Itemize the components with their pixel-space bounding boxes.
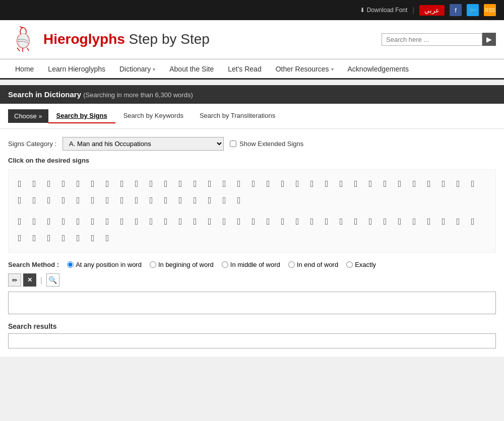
hieroglyph-sign[interactable]: 𓀊 (159, 176, 173, 192)
twitter-icon[interactable]: 🐦 (467, 4, 479, 16)
hieroglyph-sign[interactable]: 𓀬 (188, 192, 202, 208)
hieroglyph-sign[interactable]: 𓀟 (466, 176, 480, 192)
search-box[interactable]: ▶ (382, 33, 496, 46)
hieroglyph-sign[interactable]: 𓀠 (13, 192, 27, 208)
nav-home[interactable]: Home (8, 60, 41, 78)
hieroglyph-sign[interactable]: 𓀔 (305, 176, 319, 192)
hieroglyph-sign[interactable]: 𓁑 (27, 230, 41, 246)
choose-button[interactable]: Choose » (8, 109, 48, 123)
hieroglyph-sign[interactable]: 𓀼 (188, 214, 202, 230)
hieroglyph-sign[interactable]: 𓁉 (378, 214, 392, 230)
hieroglyph-sign[interactable]: 𓁎 (451, 214, 465, 230)
tab-search-by-keywords[interactable]: Search by Keywords (115, 109, 192, 123)
hieroglyph-sign[interactable]: 𓀢 (42, 192, 56, 208)
hieroglyph-sign[interactable]: 𓁐 (13, 230, 27, 246)
hieroglyph-sign[interactable]: 𓀸 (130, 214, 144, 230)
radio-any-position[interactable]: At any position in word (67, 261, 142, 268)
show-extended-checkbox[interactable] (230, 141, 236, 147)
hieroglyph-sign[interactable]: 𓀃 (56, 176, 71, 192)
hieroglyph-sign[interactable]: 𓀴 (71, 214, 85, 230)
hieroglyph-sign[interactable]: 𓀗 (349, 176, 363, 192)
hieroglyph-sign[interactable]: 𓀆 (100, 176, 114, 192)
hieroglyph-sign[interactable]: 𓀁 (27, 176, 41, 192)
hieroglyph-sign[interactable]: 𓁕 (86, 230, 100, 246)
hieroglyph-sign[interactable]: 𓀂 (42, 176, 56, 192)
hieroglyph-sign[interactable]: 𓁁 (261, 214, 275, 230)
hieroglyph-sign[interactable]: 𓀉 (144, 176, 158, 192)
hieroglyph-sign[interactable]: 𓀌 (188, 176, 202, 192)
radio-beginning[interactable]: In begining of word (150, 261, 214, 268)
hieroglyph-sign[interactable]: 𓀪 (159, 192, 173, 208)
hieroglyph-sign[interactable]: 𓀣 (56, 192, 71, 208)
hieroglyph-sign[interactable]: 𓀹 (144, 214, 158, 230)
hieroglyph-sign[interactable]: 𓀫 (173, 192, 187, 208)
search-input-box[interactable] (8, 292, 496, 314)
hieroglyph-sign[interactable]: 𓀿 (232, 214, 246, 230)
hieroglyph-sign[interactable]: 𓁄 (305, 214, 319, 230)
hieroglyph-sign[interactable]: 𓀓 (290, 176, 304, 192)
rss-icon[interactable]: RSS (484, 4, 496, 16)
search-input[interactable] (382, 33, 482, 46)
hieroglyph-sign[interactable]: 𓀺 (159, 214, 173, 230)
hieroglyph-sign[interactable]: 𓀳 (56, 214, 71, 230)
hieroglyph-sign[interactable]: 𓀑 (261, 176, 275, 192)
hieroglyph-sign[interactable]: 𓀞 (451, 176, 465, 192)
hieroglyph-sign[interactable]: 𓀮 (217, 192, 231, 208)
hieroglyph-sign[interactable]: 𓀭 (203, 192, 217, 208)
hieroglyph-sign[interactable]: 𓀰 (13, 214, 27, 230)
category-select[interactable]: A. Man and his Occupations (62, 137, 224, 151)
hieroglyph-sign[interactable]: 𓀧 (115, 192, 129, 208)
search-go-button[interactable]: 🔍 (46, 273, 59, 287)
hieroglyph-sign[interactable]: 𓁋 (407, 214, 421, 230)
radio-middle[interactable]: In middle of word (222, 261, 280, 268)
hieroglyph-sign[interactable]: 𓁂 (276, 214, 290, 230)
nav-acknowledgements[interactable]: Acknowledgements (341, 60, 416, 78)
hieroglyph-sign[interactable]: 𓀛 (407, 176, 421, 192)
hieroglyph-sign[interactable]: 𓀒 (276, 176, 290, 192)
radio-end[interactable]: In end of word (288, 261, 338, 268)
hieroglyph-sign[interactable]: 𓀘 (363, 176, 377, 192)
nav-learn[interactable]: Learn Hieroglyphs (41, 60, 112, 78)
hieroglyph-sign[interactable]: 𓁆 (334, 214, 348, 230)
tab-search-by-transliterations[interactable]: Search by Transliterations (192, 109, 283, 123)
hieroglyph-sign[interactable]: 𓁍 (436, 214, 451, 230)
hieroglyph-sign[interactable]: 𓀵 (86, 214, 100, 230)
nav-about[interactable]: About the Site (162, 60, 221, 78)
hieroglyph-sign[interactable]: 𓀲 (42, 214, 56, 230)
hieroglyph-sign[interactable]: 𓀐 (246, 176, 261, 192)
hieroglyph-sign[interactable]: 𓀀 (13, 176, 27, 192)
hieroglyph-sign[interactable]: 𓀄 (71, 176, 85, 192)
hieroglyph-sign[interactable]: 𓀩 (144, 192, 158, 208)
nav-other-resources[interactable]: Other Resources ▾ (269, 60, 341, 78)
hieroglyph-sign[interactable]: 𓀝 (436, 176, 451, 192)
download-font-link[interactable]: ⬇ Download Font (360, 7, 408, 14)
hieroglyph-sign[interactable]: 𓀤 (71, 192, 85, 208)
hieroglyph-sign[interactable]: 𓀻 (173, 214, 187, 230)
edit-button[interactable]: ✏ (8, 273, 21, 287)
radio-exactly[interactable]: Exactly (346, 261, 376, 268)
hieroglyph-sign[interactable]: 𓀷 (115, 214, 129, 230)
hieroglyph-sign[interactable]: 𓀎 (217, 176, 231, 192)
arabic-button[interactable]: عربي (419, 5, 445, 16)
hieroglyph-sign[interactable]: 𓀜 (422, 176, 436, 192)
hieroglyph-sign[interactable]: 𓀾 (217, 214, 231, 230)
hieroglyph-sign[interactable]: 𓁇 (349, 214, 363, 230)
hieroglyph-sign[interactable]: 𓁅 (320, 214, 334, 230)
hieroglyph-sign[interactable]: 𓀽 (203, 214, 217, 230)
hieroglyph-sign[interactable]: 𓀍 (203, 176, 217, 192)
hieroglyph-sign[interactable]: 𓀨 (130, 192, 144, 208)
hieroglyph-sign[interactable]: 𓁓 (56, 230, 71, 246)
hieroglyph-sign[interactable]: 𓁃 (290, 214, 304, 230)
hieroglyph-sign[interactable]: 𓁊 (393, 214, 407, 230)
hieroglyph-sign[interactable]: 𓁖 (100, 230, 114, 246)
hieroglyph-sign[interactable]: 𓀋 (173, 176, 187, 192)
hieroglyph-sign[interactable]: 𓀇 (115, 176, 129, 192)
nav-dictionary[interactable]: Dictionary ▾ (112, 60, 162, 78)
hieroglyph-sign[interactable]: 𓀶 (100, 214, 114, 230)
nav-lets-read[interactable]: Let's Read (221, 60, 269, 78)
hieroglyph-sign[interactable]: 𓀦 (100, 192, 114, 208)
clear-button[interactable]: ✕ (23, 273, 36, 287)
hieroglyph-sign[interactable]: 𓁔 (71, 230, 85, 246)
hieroglyph-sign[interactable]: 𓀈 (130, 176, 144, 192)
hieroglyph-sign[interactable]: 𓁌 (422, 214, 436, 230)
